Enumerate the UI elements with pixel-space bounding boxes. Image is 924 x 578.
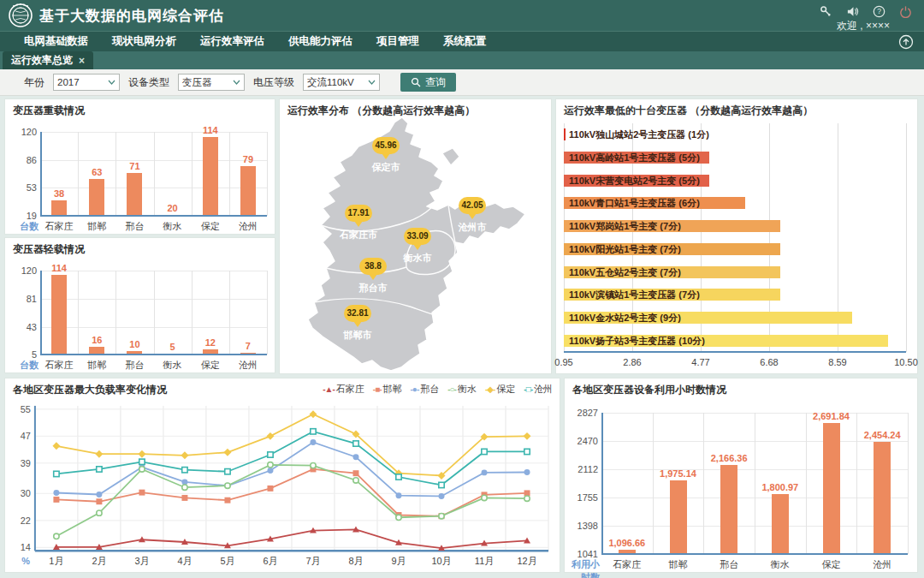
data-point-沧州[interactable] (225, 469, 230, 474)
y-axis-tick: 22 (21, 515, 31, 526)
data-point-邢台[interactable] (352, 454, 358, 460)
data-point-邯郸[interactable] (352, 470, 358, 476)
y-axis-name: 利用小时数 (571, 558, 600, 578)
data-point-衡水[interactable] (524, 496, 530, 501)
data-point-衡水[interactable] (139, 467, 145, 472)
data-point-邢台[interactable] (53, 490, 59, 496)
bar-邯郸[interactable] (89, 179, 104, 216)
data-point-沧州[interactable] (311, 429, 316, 434)
data-point-保定[interactable] (138, 450, 145, 458)
wrench-icon[interactable] (820, 5, 832, 18)
nav-item-project-management[interactable]: 项目管理 (376, 34, 419, 49)
data-point-沧州[interactable] (524, 449, 530, 454)
data-point-邢台[interactable] (396, 492, 402, 498)
data-point-衡水[interactable] (482, 495, 487, 500)
data-point-沧州[interactable] (54, 471, 59, 476)
nav-item-current-grid-analysis[interactable]: 现状电网分析 (112, 34, 176, 49)
device-type-select-value: 变压器 (182, 76, 212, 89)
legend-label: 保定 (496, 383, 515, 396)
data-point-沧州[interactable] (353, 441, 358, 446)
data-point-保定[interactable] (95, 450, 103, 458)
data-point-沧州[interactable] (97, 467, 102, 472)
worst-transformers-hbar-chart: 0.952.864.776.688.5910.50110kV独山城站2号主变压器… (557, 120, 916, 372)
data-point-保定[interactable] (181, 451, 188, 459)
data-point-衡水[interactable] (311, 462, 316, 468)
bar-石家庄[interactable] (51, 200, 67, 216)
nav-item-operation-efficiency[interactable]: 运行效率评估 (200, 34, 264, 49)
bar-石家庄[interactable] (51, 275, 67, 355)
speaker-icon[interactable] (846, 5, 859, 18)
data-point-保定[interactable] (223, 449, 231, 456)
tab-close-icon[interactable]: × (79, 55, 85, 67)
bar-保定[interactable] (823, 423, 840, 554)
x-axis-label: 11月 (475, 556, 494, 566)
data-point-保定[interactable] (309, 410, 317, 418)
data-point-邢台[interactable] (96, 492, 102, 498)
legend-item-邢台[interactable]: -●-邢台 (411, 383, 440, 396)
data-point-衡水[interactable] (54, 533, 59, 539)
data-point-沧州[interactable] (439, 482, 444, 487)
data-point-邢台[interactable] (439, 493, 445, 499)
data-point-衡水[interactable] (268, 462, 273, 468)
data-point-保定[interactable] (266, 432, 274, 440)
hbar-1[interactable] (564, 128, 566, 140)
data-point-保定[interactable] (52, 442, 60, 450)
data-point-邢台[interactable] (482, 469, 488, 475)
legend-item-邯郸[interactable]: -■-邯郸 (373, 383, 402, 396)
bar-沧州[interactable] (240, 166, 256, 216)
y-axis-tick: 86 (8, 155, 37, 165)
map-city-label: 邢台市 (347, 282, 399, 295)
bar-邯郸[interactable] (670, 480, 687, 554)
collapse-up-icon[interactable] (898, 34, 914, 50)
y-axis-tick: 1755 (569, 492, 598, 503)
data-point-沧州[interactable] (482, 449, 487, 454)
data-point-邯郸[interactable] (53, 497, 59, 503)
bar-保定[interactable] (203, 137, 218, 216)
bar-邢台[interactable] (127, 173, 142, 216)
search-button[interactable]: 查询 (400, 73, 456, 92)
chevron-down-icon (368, 80, 376, 85)
x-axis-label: 12月 (517, 556, 536, 566)
data-point-邢台[interactable] (267, 468, 273, 474)
device-type-select[interactable]: 变压器 (178, 74, 245, 91)
data-point-衡水[interactable] (353, 478, 358, 483)
data-point-邢台[interactable] (524, 469, 530, 475)
pin-tail-icon (369, 274, 377, 280)
data-point-衡水[interactable] (396, 515, 401, 520)
data-point-沧州[interactable] (182, 468, 187, 473)
bar-邢台[interactable] (720, 465, 737, 554)
data-point-邯郸[interactable] (139, 490, 145, 496)
legend-item-衡水[interactable]: -○-衡水 (447, 383, 477, 396)
data-point-衡水[interactable] (182, 485, 187, 490)
data-point-沧州[interactable] (139, 459, 145, 464)
tab-operation-efficiency-overview[interactable]: 运行效率总览 × (3, 51, 93, 69)
help-icon[interactable]: ? (873, 5, 886, 18)
data-point-沧州[interactable] (396, 474, 401, 480)
panel-transformer-overload: 变压器重载情况 19538612038石家庄63邯郸71邢台20衡水114保定7… (4, 98, 275, 235)
data-point-邯郸[interactable] (96, 498, 102, 504)
bar-value-label: 114 (176, 125, 245, 135)
legend-item-沧州[interactable]: -□-沧州 (524, 383, 553, 396)
legend-item-石家庄[interactable]: -▲-石家庄 (323, 383, 364, 396)
data-point-邢台[interactable] (310, 439, 316, 445)
data-point-衡水[interactable] (225, 483, 230, 488)
data-point-保定[interactable] (524, 432, 531, 440)
data-point-沧州[interactable] (268, 452, 273, 457)
bar-value-label: 2,454.24 (848, 430, 916, 440)
bar-沧州[interactable] (874, 442, 891, 554)
overload-bar-chart: 19538612038石家庄63邯郸71邢台20衡水114保定79沧州台数 (6, 120, 274, 233)
voltage-level-select[interactable]: 交流110kV (303, 74, 380, 91)
nav-item-supply-capacity[interactable]: 供电能力评估 (288, 34, 352, 49)
data-point-邯郸[interactable] (224, 498, 230, 504)
data-point-衡水[interactable] (97, 510, 102, 515)
bar-衡水[interactable] (772, 494, 789, 554)
panel-title: 变压器轻载情况 (13, 242, 85, 257)
data-point-邯郸[interactable] (181, 495, 187, 501)
nav-item-grid-base-data[interactable]: 电网基础数据 (24, 34, 88, 49)
nav-item-system-config[interactable]: 系统配置 (443, 34, 486, 49)
legend-item-保定[interactable]: -◆-保定 (485, 383, 515, 396)
year-select[interactable]: 2017 (53, 74, 120, 91)
power-icon[interactable] (899, 5, 912, 18)
data-point-邯郸[interactable] (267, 486, 273, 492)
data-point-衡水[interactable] (439, 514, 444, 519)
